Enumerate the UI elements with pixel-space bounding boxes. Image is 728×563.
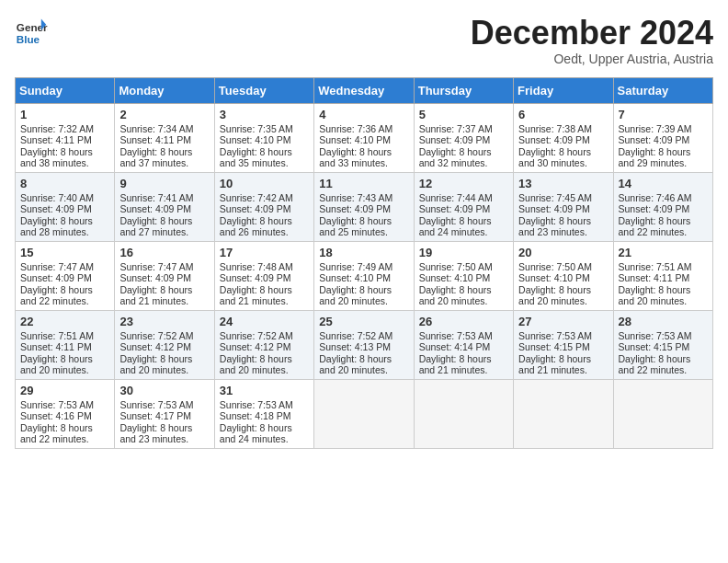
day-info-line: Daylight: 8 hours and 21 minutes. [419,353,508,375]
day-info-line: Sunrise: 7:34 AM [119,123,209,134]
day-number: 3 [220,108,309,121]
day-info-line: Daylight: 8 hours and 24 minutes. [220,422,309,444]
calendar-week-5: 29Sunrise: 7:53 AMSunset: 4:16 PMDayligh… [16,379,713,448]
day-info-line: Daylight: 8 hours and 26 minutes. [220,215,309,237]
day-info-line: Sunset: 4:15 PM [619,341,708,352]
day-info-line: Sunrise: 7:37 AM [419,123,508,134]
day-info-line: Daylight: 8 hours and 24 minutes. [419,215,508,237]
day-number: 8 [20,177,109,190]
day-info-line: Daylight: 8 hours and 22 minutes. [619,353,708,375]
day-info-line: Sunrise: 7:52 AM [319,330,408,341]
day-number: 16 [119,246,209,259]
calendar-cell: 17Sunrise: 7:48 AMSunset: 4:09 PMDayligh… [214,241,313,310]
day-info-line: Sunset: 4:09 PM [619,134,708,145]
day-info-line: Daylight: 8 hours and 30 minutes. [518,146,608,168]
day-info-line: Sunrise: 7:53 AM [119,399,209,410]
calendar-cell: 28Sunrise: 7:53 AMSunset: 4:15 PMDayligh… [613,310,712,379]
day-info-line: Sunset: 4:14 PM [419,341,508,352]
day-info-line: Sunrise: 7:51 AM [20,330,109,341]
day-info-line: Daylight: 8 hours and 20 minutes. [220,353,309,375]
day-info-line: Sunrise: 7:53 AM [518,330,608,341]
calendar-cell: 25Sunrise: 7:52 AMSunset: 4:13 PMDayligh… [314,310,414,379]
day-info-line: Daylight: 8 hours and 20 minutes. [619,284,708,306]
calendar-cell: 21Sunrise: 7:51 AMSunset: 4:11 PMDayligh… [613,241,712,310]
day-info-line: Sunset: 4:10 PM [220,134,309,145]
day-info-line: Sunset: 4:10 PM [319,272,408,283]
day-info-line: Daylight: 8 hours and 23 minutes. [119,422,209,444]
day-info-line: Sunrise: 7:52 AM [119,330,209,341]
day-info-line: Sunset: 4:12 PM [119,341,209,352]
day-info-line: Sunrise: 7:52 AM [220,330,309,341]
day-info-line: Sunset: 4:10 PM [419,272,508,283]
day-info-line: Sunset: 4:09 PM [419,134,508,145]
calendar-cell: 8Sunrise: 7:40 AMSunset: 4:09 PMDaylight… [16,172,115,241]
day-info-line: Daylight: 8 hours and 27 minutes. [119,215,209,237]
day-info-line: Sunset: 4:09 PM [119,272,209,283]
logo: General Blue [15,15,51,48]
day-info-line: Sunset: 4:18 PM [220,410,309,421]
day-info-line: Sunset: 4:09 PM [419,203,508,214]
day-number: 20 [518,246,608,259]
day-info-line: Sunset: 4:13 PM [319,341,408,352]
day-info-line: Daylight: 8 hours and 32 minutes. [419,146,508,168]
day-info-line: Sunrise: 7:38 AM [518,123,608,134]
calendar-cell: 14Sunrise: 7:46 AMSunset: 4:09 PMDayligh… [613,172,712,241]
day-number: 23 [119,315,209,328]
day-number: 25 [319,315,408,328]
calendar-cell: 2Sunrise: 7:34 AMSunset: 4:11 PMDaylight… [115,103,214,172]
day-number: 27 [518,315,608,328]
day-info-line: Sunset: 4:10 PM [518,272,608,283]
day-number: 14 [619,177,708,190]
month-title: December 2024 [471,15,713,52]
day-number: 22 [20,315,109,328]
day-info-line: Sunset: 4:09 PM [20,272,109,283]
day-info-line: Sunset: 4:09 PM [20,203,109,214]
day-number: 31 [220,384,309,397]
title-block: December 2024 Oedt, Upper Austria, Austr… [471,15,713,66]
day-info-line: Sunrise: 7:49 AM [319,261,408,272]
calendar-cell: 26Sunrise: 7:53 AMSunset: 4:14 PMDayligh… [414,310,513,379]
day-info-line: Sunset: 4:16 PM [20,410,109,421]
day-info-line: Sunrise: 7:39 AM [619,123,708,134]
day-info-line: Sunrise: 7:47 AM [119,261,209,272]
day-info-line: Sunset: 4:09 PM [220,203,309,214]
day-number: 2 [119,108,209,121]
calendar-header-row: SundayMondayTuesdayWednesdayThursdayFrid… [16,77,713,103]
day-number: 18 [319,246,408,259]
day-info-line: Daylight: 8 hours and 29 minutes. [619,146,708,168]
calendar-cell: 13Sunrise: 7:45 AMSunset: 4:09 PMDayligh… [514,172,613,241]
calendar-cell: 12Sunrise: 7:44 AMSunset: 4:09 PMDayligh… [414,172,513,241]
day-info-line: Sunrise: 7:53 AM [20,399,109,410]
calendar-cell: 3Sunrise: 7:35 AMSunset: 4:10 PMDaylight… [214,103,313,172]
day-info-line: Daylight: 8 hours and 22 minutes. [20,422,109,444]
weekday-header-friday: Friday [514,77,613,103]
day-info-line: Sunrise: 7:48 AM [220,261,309,272]
weekday-header-saturday: Saturday [613,77,712,103]
day-info-line: Sunset: 4:11 PM [20,341,109,352]
day-info-line: Sunrise: 7:50 AM [518,261,608,272]
calendar-cell: 31Sunrise: 7:53 AMSunset: 4:18 PMDayligh… [214,379,313,448]
day-number: 24 [220,315,309,328]
day-info-line: Sunrise: 7:53 AM [220,399,309,410]
day-info-line: Sunset: 4:11 PM [119,134,209,145]
day-info-line: Daylight: 8 hours and 22 minutes. [619,215,708,237]
calendar-cell: 11Sunrise: 7:43 AMSunset: 4:09 PMDayligh… [314,172,414,241]
day-number: 21 [619,246,708,259]
calendar-cell: 18Sunrise: 7:49 AMSunset: 4:10 PMDayligh… [314,241,414,310]
day-number: 4 [319,108,408,121]
svg-text:Blue: Blue [17,33,40,45]
day-info-line: Sunrise: 7:51 AM [619,261,708,272]
day-info-line: Daylight: 8 hours and 38 minutes. [20,146,109,168]
calendar-cell: 23Sunrise: 7:52 AMSunset: 4:12 PMDayligh… [115,310,214,379]
calendar-cell [514,379,613,448]
day-info-line: Sunrise: 7:53 AM [619,330,708,341]
calendar-cell: 9Sunrise: 7:41 AMSunset: 4:09 PMDaylight… [115,172,214,241]
day-info-line: Sunset: 4:11 PM [619,272,708,283]
day-info-line: Daylight: 8 hours and 37 minutes. [119,146,209,168]
calendar-cell: 29Sunrise: 7:53 AMSunset: 4:16 PMDayligh… [16,379,115,448]
day-info-line: Sunset: 4:09 PM [220,272,309,283]
calendar-cell: 4Sunrise: 7:36 AMSunset: 4:10 PMDaylight… [314,103,414,172]
day-info-line: Sunrise: 7:44 AM [419,192,508,203]
day-info-line: Sunset: 4:12 PM [220,341,309,352]
day-info-line: Daylight: 8 hours and 22 minutes. [20,284,109,306]
